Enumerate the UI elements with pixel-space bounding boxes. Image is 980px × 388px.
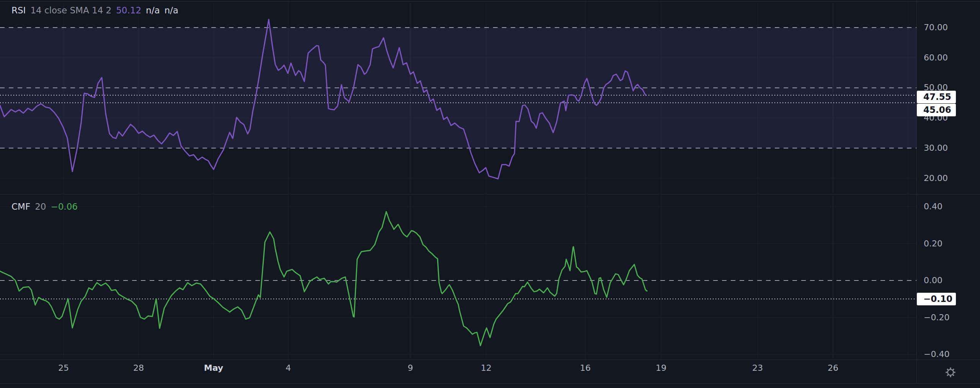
time-label-28: 28: [133, 363, 144, 373]
time-label-19: 19: [656, 363, 666, 373]
rsi-status-token-4: n/a: [165, 5, 178, 15]
time-label-26: 26: [828, 363, 838, 373]
time-label-12: 12: [481, 363, 492, 373]
rsi-axis-label: 60.00: [924, 52, 948, 63]
horizontal-separator: [0, 383, 980, 384]
cmf-axis-label: 0.40: [924, 201, 942, 212]
cmf-series-line: [0, 212, 647, 346]
horizontal-separator: [0, 360, 980, 360]
time-label-9: 9: [408, 363, 413, 373]
rsi-axis-label: 30.00: [924, 143, 948, 153]
rsi-axis-label: 20.00: [924, 173, 948, 184]
cmf-status-token-1: 20: [35, 202, 46, 212]
cmf-axis-label: −0.40: [924, 349, 949, 360]
time-label-16: 16: [580, 363, 591, 373]
cmf-pane[interactable]: [0, 195, 916, 360]
time-label-4: 4: [286, 363, 291, 373]
rsi-status-token-3: n/a: [146, 5, 160, 15]
cmf-status-line[interactable]: CMF20−0.06: [11, 202, 78, 212]
rsi-status-token-2: 50.12: [116, 5, 141, 15]
chart-settings-button[interactable]: [944, 366, 957, 379]
cmf-status-token-2: −0.06: [51, 202, 77, 212]
rsi-pane[interactable]: [0, 1, 916, 194]
time-label-23: 23: [752, 363, 763, 373]
rsi-status-line[interactable]: RSI14 close SMA 14 250.12n/an/a: [11, 5, 178, 15]
time-label-May: May: [204, 363, 223, 373]
cmf-axis-label: 0.20: [924, 238, 942, 249]
rsi-value-badge: 45.06: [917, 104, 956, 116]
axis-separator: [916, 0, 917, 383]
horizontal-separator: [0, 194, 980, 194]
cmf-status-token-0: CMF: [11, 202, 30, 212]
cmf-axis-label: −0.20: [924, 312, 949, 323]
horizontal-separator: [0, 1, 980, 2]
cmf-value-badge: −0.10: [917, 293, 956, 305]
rsi-value-badge: 47.55: [917, 91, 956, 103]
rsi-axis-label: 70.00: [924, 22, 948, 33]
time-label-25: 25: [58, 363, 69, 373]
cmf-axis-label: 0.00: [924, 275, 942, 286]
rsi-status-token-1: 14 close SMA 14 2: [30, 5, 111, 15]
rsi-status-token-0: RSI: [11, 5, 26, 15]
indicator-chart-panel: RSI14 close SMA 14 250.12n/an/a CMF20−0.…: [0, 0, 980, 388]
